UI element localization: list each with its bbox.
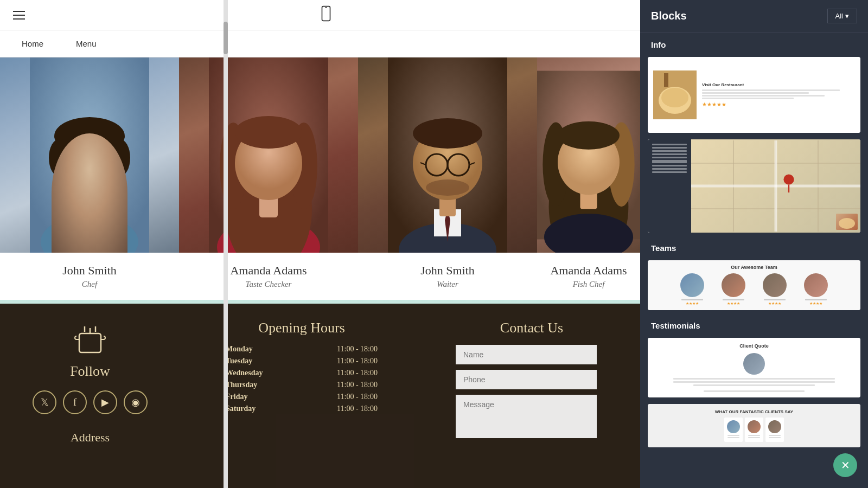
team-card-info-3: Amanda Adams Fish Chef bbox=[537, 253, 640, 300]
preview-map-left bbox=[648, 139, 691, 233]
footer-follow-title: Follow bbox=[70, 363, 110, 380]
contact-phone-input[interactable] bbox=[456, 370, 597, 389]
preview-food-img bbox=[653, 70, 697, 119]
hours-day-4: Friday bbox=[226, 393, 247, 401]
team-card-info-1: Amanda Adams Taste Checker bbox=[179, 253, 358, 300]
svg-point-29 bbox=[413, 118, 482, 149]
hours-table: Monday 11:00 - 18:00 Tuesday 11:00 - 18:… bbox=[226, 345, 378, 416]
hours-day-0: Monday bbox=[226, 345, 253, 354]
hours-time-1: 11:00 - 18:00 bbox=[337, 357, 378, 365]
team-card-1[interactable]: Amanda Adams Taste Checker bbox=[179, 57, 358, 304]
social-icons: 𝕏 f ▶ ◉ bbox=[33, 390, 148, 414]
svg-point-9 bbox=[65, 179, 114, 201]
hours-time-4: 11:00 - 18:00 bbox=[337, 393, 378, 401]
hours-row-1: Tuesday 11:00 - 18:00 bbox=[226, 357, 378, 365]
footer-hours-title: Opening Hours bbox=[258, 320, 345, 336]
hours-day-3: Thursday bbox=[226, 381, 257, 389]
footer-hours-col: Opening Hours Monday 11:00 - 18:00 Tuesd… bbox=[226, 320, 378, 472]
hours-row-3: Thursday 11:00 - 18:00 bbox=[226, 381, 378, 389]
contact-message-textarea[interactable] bbox=[456, 395, 597, 438]
team-card-3[interactable]: Amanda Adams Fish Chef bbox=[537, 57, 640, 304]
footer-address-title: Address bbox=[71, 431, 110, 445]
team-card-image-3 bbox=[537, 57, 640, 253]
sidebar-section-info-label: Info bbox=[640, 33, 868, 54]
team-card-2[interactable]: John Smith Waiter bbox=[358, 57, 537, 304]
hours-time-5: 11:00 - 18:00 bbox=[337, 404, 378, 413]
footer-section: Follow 𝕏 f ▶ ◉ Address Opening Hours Mon… bbox=[0, 304, 640, 488]
hamburger-menu[interactable] bbox=[13, 11, 25, 20]
hours-day-2: Wednesday bbox=[226, 369, 263, 377]
team-member-role-2: Waiter bbox=[363, 280, 532, 289]
toolbar-left bbox=[13, 11, 25, 20]
filter-label: All bbox=[835, 12, 843, 20]
contact-name-input[interactable] bbox=[456, 345, 597, 364]
preview-person-1: ★★★★ bbox=[673, 273, 711, 306]
team-cards: John Smith Chef bbox=[0, 57, 640, 304]
preview-food-thumb bbox=[836, 214, 858, 230]
instagram-icon[interactable]: ◉ bbox=[124, 390, 148, 414]
team-section: John Smith Chef bbox=[0, 57, 640, 304]
sidebar-block-testimonial2[interactable]: WHAT OUR FANTASTIC CLIENTS SAY bbox=[648, 404, 860, 447]
hours-time-3: 11:00 - 18:00 bbox=[337, 381, 378, 389]
team-member-name-0: John Smith bbox=[5, 264, 174, 278]
person-photo-amanda2 bbox=[537, 57, 640, 253]
footer-contact-title: Contact Us bbox=[500, 320, 563, 336]
footer-logo-icon bbox=[74, 320, 106, 358]
hours-time-2: 11:00 - 18:00 bbox=[337, 369, 378, 377]
svg-rect-4 bbox=[81, 188, 98, 220]
team-member-role-1: Taste Checker bbox=[184, 280, 353, 289]
svg-line-13 bbox=[60, 163, 66, 166]
team-card-image-1 bbox=[179, 57, 358, 253]
sidebar-header: Blocks All ▾ bbox=[640, 0, 868, 33]
svg-point-11 bbox=[90, 154, 113, 178]
svg-line-14 bbox=[113, 163, 119, 166]
twitter-icon[interactable]: 𝕏 bbox=[33, 390, 56, 414]
sidebar-block-teams-preview: Our Awesome Team ★★★★ ★★★★ ★★★★ bbox=[648, 260, 860, 310]
sidebar-title: Blocks bbox=[651, 10, 687, 22]
sidebar-block-info2[interactable] bbox=[648, 139, 860, 233]
facebook-icon[interactable]: f bbox=[63, 390, 87, 414]
sidebar-block-info1[interactable]: Visit Our Restaurant ★★★★★ bbox=[648, 57, 860, 133]
hours-time-0: 11:00 - 18:00 bbox=[337, 345, 378, 354]
svg-point-7 bbox=[49, 139, 71, 177]
person-photo-john1 bbox=[0, 57, 179, 253]
svg-point-3 bbox=[41, 215, 138, 253]
youtube-icon[interactable]: ▶ bbox=[93, 390, 117, 414]
sidebar-filter-button[interactable]: All ▾ bbox=[827, 9, 857, 23]
team-card-0[interactable]: John Smith Chef bbox=[0, 57, 179, 304]
sidebar-block-teams[interactable]: Our Awesome Team ★★★★ ★★★★ ★★★★ bbox=[648, 260, 860, 310]
svg-rect-53 bbox=[664, 73, 668, 87]
svg-rect-2 bbox=[30, 57, 149, 253]
sidebar-block-testimonial1-preview: Client Quote bbox=[648, 338, 860, 397]
hours-day-5: Saturday bbox=[226, 404, 256, 413]
close-button[interactable]: ✕ bbox=[833, 453, 857, 477]
scroll-indicator[interactable] bbox=[224, 0, 228, 488]
phone-icon bbox=[320, 5, 332, 24]
svg-point-8 bbox=[108, 139, 130, 177]
page-nav: Home Menu bbox=[0, 30, 640, 57]
hours-row-4: Friday 11:00 - 18:00 bbox=[226, 393, 378, 401]
toolbar bbox=[0, 0, 640, 30]
toolbar-center bbox=[320, 5, 332, 24]
sidebar-block-testimonial1[interactable]: Client Quote bbox=[648, 338, 860, 397]
svg-point-50 bbox=[661, 88, 688, 107]
person-photo-john2 bbox=[358, 57, 537, 253]
team-member-role-0: Chef bbox=[5, 280, 174, 289]
team-card-image-2 bbox=[358, 57, 537, 253]
nav-menu[interactable]: Menu bbox=[76, 39, 97, 48]
footer-contact-col: Contact Us bbox=[456, 320, 608, 472]
svg-point-42 bbox=[558, 121, 620, 150]
team-card-info-0: John Smith Chef bbox=[0, 253, 179, 300]
preview-test-avatar-1 bbox=[743, 353, 765, 375]
team-card-info-2: John Smith Waiter bbox=[358, 253, 537, 300]
sidebar-block-info1-preview: Visit Our Restaurant ★★★★★ bbox=[648, 57, 860, 133]
svg-rect-44 bbox=[79, 333, 101, 352]
team-member-name-1: Amanda Adams bbox=[184, 264, 353, 278]
team-card-image-0 bbox=[0, 57, 179, 253]
svg-point-6 bbox=[54, 117, 125, 155]
team-member-name-3: Amanda Adams bbox=[542, 264, 635, 278]
team-member-name-2: John Smith bbox=[363, 264, 532, 278]
nav-home[interactable]: Home bbox=[22, 39, 43, 48]
svg-point-62 bbox=[783, 174, 794, 184]
sidebar-section-testimonials-label: Testimonials bbox=[640, 313, 868, 335]
